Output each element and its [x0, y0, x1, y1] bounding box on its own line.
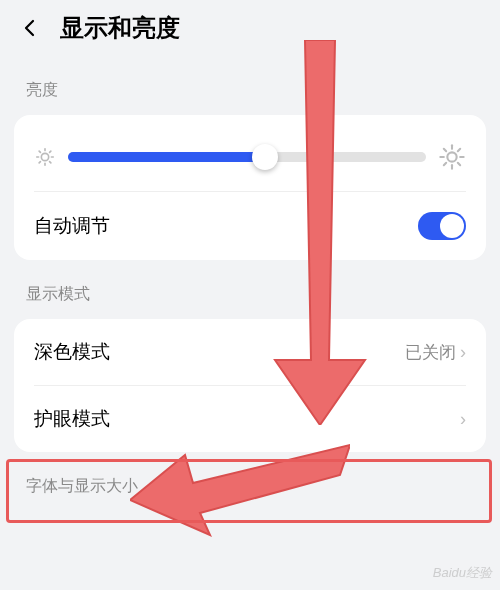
- svg-line-17: [458, 149, 460, 151]
- slider-thumb[interactable]: [252, 144, 278, 170]
- svg-line-8: [50, 151, 51, 152]
- display-mode-section-label: 显示模式: [0, 260, 500, 319]
- svg-point-9: [447, 152, 456, 161]
- eye-comfort-row[interactable]: 护眼模式 ›: [14, 386, 486, 452]
- brightness-card: 自动调节: [14, 115, 486, 260]
- dark-mode-row[interactable]: 深色模式 已关闭 ›: [14, 319, 486, 385]
- sun-low-icon: [34, 146, 56, 168]
- dark-mode-label: 深色模式: [34, 339, 110, 365]
- brightness-slider[interactable]: [68, 152, 426, 162]
- sun-high-icon: [438, 143, 466, 171]
- svg-line-14: [444, 149, 446, 151]
- slider-fill: [68, 152, 265, 162]
- auto-adjust-label: 自动调节: [34, 213, 110, 239]
- eye-comfort-label: 护眼模式: [34, 406, 110, 432]
- header: 显示和亮度: [0, 0, 500, 56]
- svg-line-7: [39, 162, 40, 163]
- brightness-section-label: 亮度: [0, 56, 500, 115]
- dark-mode-status: 已关闭: [405, 341, 456, 364]
- dark-mode-value-wrap: 已关闭 ›: [405, 341, 466, 364]
- chevron-right-icon: ›: [460, 409, 466, 430]
- back-arrow-icon[interactable]: [16, 14, 44, 42]
- svg-point-0: [41, 153, 48, 160]
- chevron-right-icon: ›: [460, 342, 466, 363]
- svg-line-6: [50, 162, 51, 163]
- display-mode-card: 深色模式 已关闭 › 护眼模式 ›: [14, 319, 486, 452]
- auto-adjust-toggle[interactable]: [418, 212, 466, 240]
- page-title: 显示和亮度: [60, 12, 180, 44]
- brightness-slider-row: [14, 115, 486, 191]
- font-section-label: 字体与显示大小: [0, 452, 500, 511]
- svg-line-5: [39, 151, 40, 152]
- eye-comfort-value-wrap: ›: [460, 409, 466, 430]
- watermark: Baidu经验: [433, 564, 492, 582]
- svg-line-16: [444, 163, 446, 165]
- svg-line-15: [458, 163, 460, 165]
- auto-adjust-row: 自动调节: [14, 192, 486, 260]
